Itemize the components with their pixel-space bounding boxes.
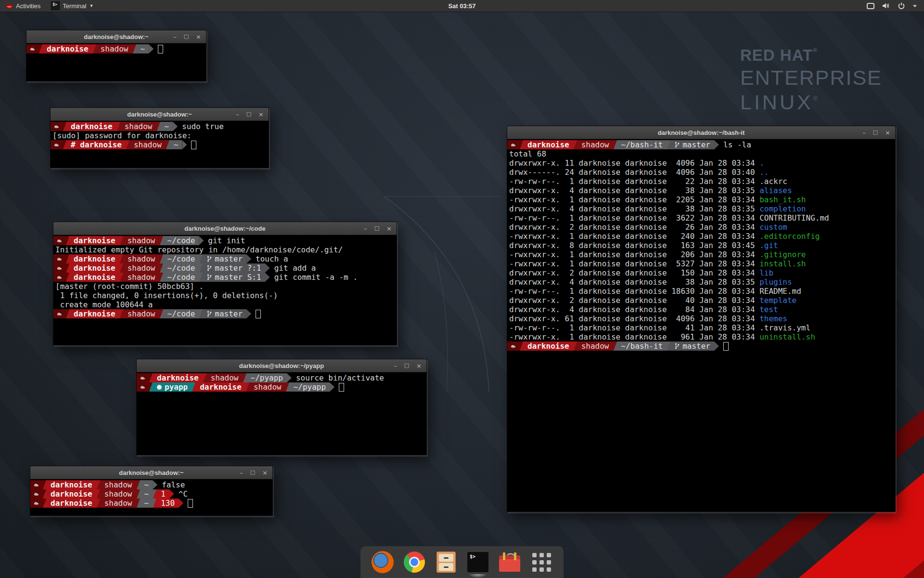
window-titlebar[interactable]: darknoise@shadow:~/pyapp–□× [137, 359, 426, 372]
segment-separator [92, 44, 97, 53]
prompt-segment-err: 1 [157, 489, 169, 499]
output-text: drwx------. 24 darknoise darknoise 4096 … [507, 168, 759, 177]
segment-separator [116, 122, 121, 131]
minimize-button[interactable]: – [236, 111, 239, 118]
segment-separator [519, 140, 524, 149]
file-name: .gitignore [759, 250, 806, 259]
window-titlebar[interactable]: darknoise@shadow:~/bash-it–□× [507, 126, 895, 139]
minimize-button[interactable]: – [394, 363, 397, 369]
minimize-button[interactable]: – [364, 225, 367, 232]
top-bar: Activities $> Terminal ▼ Sat 03:57 [0, 0, 924, 12]
text-cursor [158, 45, 163, 53]
file-name: .. [759, 168, 769, 177]
output-text: drwxrwxr-x. 11 darknoise darknoise 4096 … [507, 158, 759, 168]
command-text: ^C [174, 489, 188, 499]
terminal-window-t-pyapp[interactable]: darknoise@shadow:~/pyapp–□×darknoiseshad… [136, 359, 427, 455]
terminal-content[interactable]: darknoiseshadow~/pyappsource bin/activat… [137, 372, 426, 392]
terminal-line: -rwxrwxr-x. 1 darknoise darknoise 2205 J… [507, 195, 895, 204]
prompt-segment-git: master [203, 309, 246, 318]
terminal-content[interactable]: darknoiseshadow~/bash-itmasterls -latota… [507, 139, 895, 351]
segment-separator [65, 263, 70, 273]
segment-separator [119, 236, 124, 245]
firefox-icon[interactable] [371, 551, 394, 574]
prompt-segment-user: darknoise [524, 140, 573, 149]
file-name: custom [759, 223, 787, 232]
terminal-window-t-code[interactable]: darknoise@shadow:~/code–□×darknoiseshado… [53, 222, 397, 345]
prompt-segment-user: darknoise [47, 499, 96, 508]
prompt-segment-git: master [203, 254, 246, 263]
segment-separator [96, 489, 101, 499]
segment-separator [96, 480, 101, 489]
minimize-button[interactable]: – [173, 34, 177, 40]
close-button[interactable]: × [885, 130, 890, 136]
toolbox-icon[interactable] [498, 551, 521, 574]
chevron-down-icon [912, 4, 917, 8]
clock[interactable]: Sat 03:57 [448, 2, 475, 10]
prompt-segment-host: shadow [130, 140, 166, 149]
chrome-icon[interactable] [403, 551, 426, 574]
terminal-content[interactable]: darknoiseshadow~/codegit initInitialized… [53, 235, 397, 318]
close-button[interactable]: × [196, 34, 201, 40]
command-text: ls -la [719, 140, 751, 149]
output-text: -rwxrwxr-x. 1 darknoise darknoise 240 Ja… [507, 232, 759, 241]
text-cursor [339, 383, 344, 392]
prompt-segment-hat [30, 480, 42, 489]
window-titlebar[interactable]: darknoise@shadow:~/code–□× [53, 222, 397, 235]
terminal-content[interactable]: darknoiseshadow~falsedarknoiseshadow~1^C… [30, 479, 272, 508]
terminal-content[interactable]: darknoiseshadow~sudo true[sudo] password… [51, 121, 269, 149]
maximize-button[interactable]: □ [184, 34, 189, 40]
terminal-line: -rw-rw-r--. 1 darknoise darknoise 18630 … [507, 287, 895, 296]
maximize-button[interactable]: □ [250, 470, 255, 476]
prompt-segment-git: master [671, 140, 714, 149]
terminal-content[interactable]: darknoiseshadow~ [26, 43, 206, 53]
prompt-arrow-icon [714, 140, 719, 149]
window-titlebar[interactable]: darknoise@shadow:~–□× [51, 108, 269, 121]
terminal-icon[interactable]: $> [466, 551, 489, 574]
app-menu-terminal[interactable]: $> Terminal ▼ [46, 0, 98, 12]
file-name: lib [759, 268, 773, 277]
close-button[interactable]: × [258, 111, 264, 118]
output-text: -rwxrwxr-x. 1 darknoise darknoise 961 Ja… [507, 332, 759, 342]
terminal-window-t-sudo[interactable]: darknoise@shadow:~–□×darknoiseshadow~sud… [50, 107, 269, 168]
segment-separator [573, 140, 578, 149]
segment-separator [65, 309, 70, 318]
app-grid-icon[interactable] [530, 551, 553, 574]
terminal-line: darknoiseshadow~/bash-itmasterls -la [507, 140, 895, 149]
segment-separator [136, 480, 141, 489]
prompt-segment-host: shadow [207, 373, 243, 382]
maximize-button[interactable]: □ [404, 363, 409, 369]
prompt-segment-hat [51, 122, 63, 131]
prompt-segment-user: darknoise [67, 122, 116, 131]
segment-separator [136, 499, 141, 508]
chevron-down-icon: ▼ [89, 3, 93, 8]
file-name: install.sh [759, 259, 806, 268]
activities-button[interactable]: Activities [0, 0, 46, 12]
command-text: source bin/activate [292, 373, 384, 382]
segment-separator [159, 309, 164, 318]
segment-separator [65, 236, 70, 245]
minimize-button[interactable]: – [240, 470, 243, 476]
maximize-button[interactable]: □ [374, 225, 379, 232]
terminal-window-t-bashit[interactable]: darknoise@shadow:~/bash-it–□×darknoisesh… [507, 126, 896, 512]
minimize-button[interactable]: – [862, 130, 866, 136]
output-text: create mode 100644 a [53, 300, 153, 309]
terminal-line: drwxrwxr-x. 4 darknoise darknoise 84 Jan… [507, 305, 895, 314]
terminal-window-t-home-1[interactable]: darknoise@shadow:~–□×darknoiseshadow~ [26, 30, 206, 81]
files-icon[interactable] [435, 551, 458, 574]
close-button[interactable]: × [386, 225, 392, 232]
window-titlebar[interactable]: darknoise@shadow:~–□× [30, 466, 272, 479]
maximize-button[interactable]: □ [246, 111, 251, 118]
close-button[interactable]: × [262, 470, 268, 476]
window-controls: –□× [236, 111, 269, 118]
prompt-segment-err: 130 [157, 499, 179, 508]
close-button[interactable]: × [416, 363, 422, 369]
prompt-segment-user: darknoise [70, 273, 119, 282]
terminal-window-t-home-2[interactable]: darknoise@shadow:~–□×darknoiseshadow~fal… [30, 466, 273, 516]
prompt-segment-user: darknoise [70, 263, 119, 273]
window-titlebar[interactable]: darknoise@shadow:~–□× [26, 30, 206, 43]
command-text: git init [204, 236, 245, 245]
maximize-button[interactable]: □ [873, 130, 878, 136]
prompt-segment-user: darknoise [70, 236, 119, 245]
file-name: plugins [759, 277, 792, 287]
system-status-area[interactable] [867, 0, 924, 12]
